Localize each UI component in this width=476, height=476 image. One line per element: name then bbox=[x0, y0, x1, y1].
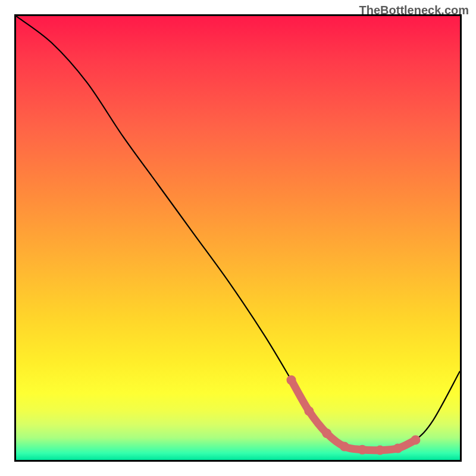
highlight-dots bbox=[287, 375, 421, 455]
highlight-dot bbox=[340, 442, 349, 452]
highlight-dot bbox=[393, 444, 403, 453]
chart-svg bbox=[16, 16, 460, 460]
plot-area bbox=[14, 14, 462, 462]
highlight-dot bbox=[304, 406, 314, 416]
main-curve bbox=[16, 16, 460, 450]
highlight-dot bbox=[322, 428, 331, 438]
highlight-dot bbox=[411, 435, 420, 444]
highlight-dot bbox=[358, 445, 367, 455]
watermark-label: TheBottleneck.com bbox=[359, 4, 469, 17]
highlight-dot bbox=[375, 446, 385, 455]
highlight-dot bbox=[287, 375, 296, 385]
